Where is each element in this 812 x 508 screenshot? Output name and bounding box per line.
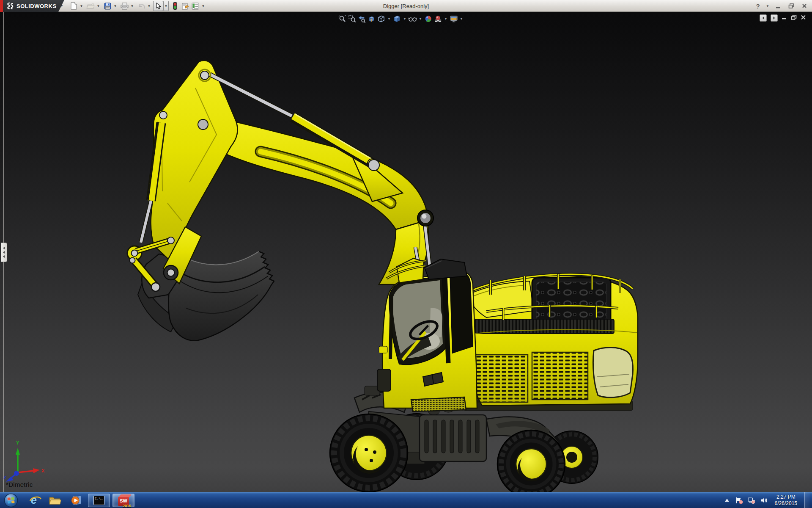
rear-wheel[interactable]: [497, 430, 565, 492]
print-button[interactable]: [119, 1, 129, 11]
command-prompt-icon: C:\_: [93, 496, 104, 505]
network-disconnected-icon: [748, 497, 755, 504]
taskbar-item-command-prompt[interactable]: C:\_: [88, 494, 110, 507]
show-hidden-icons-arrow: [724, 498, 730, 502]
side-vent-grille: [532, 352, 588, 400]
new-dropdown[interactable]: ▼: [79, 1, 84, 11]
start-button[interactable]: [3, 493, 19, 508]
svg-text:Z: Z: [3, 475, 6, 480]
taskbar-item-file-explorer[interactable]: [46, 494, 64, 507]
graphics-viewport[interactable]: ▼ ▼ ▼: [0, 12, 812, 492]
show-desktop-button[interactable]: [804, 492, 810, 508]
options-dropdown[interactable]: ▼: [200, 1, 206, 11]
toolbar-overflow-arrow[interactable]: ▶: [60, 3, 63, 8]
print-dropdown[interactable]: ▼: [129, 1, 135, 11]
open-folder-icon: [86, 3, 95, 9]
taskbar-item-media-player[interactable]: [67, 494, 85, 507]
undo-dropdown[interactable]: ▼: [146, 1, 152, 11]
cab[interactable]: [377, 247, 477, 411]
close-icon: [802, 3, 807, 8]
action-center-flag-icon: [735, 497, 743, 504]
clock-date: 6/26/2015: [775, 500, 797, 507]
print-icon: [121, 3, 129, 10]
taskbar-items: e: [25, 494, 134, 507]
open-button[interactable]: [85, 1, 96, 11]
front-wheel[interactable]: [330, 414, 408, 492]
options-checklist-icon: [192, 3, 199, 10]
options-button[interactable]: [190, 1, 200, 11]
open-dropdown[interactable]: ▼: [96, 1, 101, 11]
help-button[interactable]: ?: [753, 2, 763, 10]
rear-window: [593, 348, 633, 398]
dipper-plate: [151, 61, 238, 261]
rebuild-traffic-light-icon: [173, 2, 177, 10]
x-axis: X: [18, 468, 45, 473]
taskbar: e: [0, 492, 812, 508]
select-cursor-icon: [156, 3, 161, 10]
solidworks-2015-icon: SW 2015: [117, 494, 130, 507]
save-floppy-icon: [104, 3, 111, 10]
view-orientation-label: *Dimetric: [6, 481, 33, 488]
logo-red-stripe: [0, 0, 3, 12]
select-dropdown[interactable]: ▼: [163, 1, 169, 11]
boom[interactable]: [127, 61, 433, 291]
side-window: [450, 273, 473, 353]
main-toolbar: ▼ ▼ ▼: [69, 1, 207, 11]
app-titlebar: SOLIDWORKS ▶ ▼ ▼: [0, 0, 812, 12]
new-button[interactable]: [69, 1, 79, 11]
save-button[interactable]: [102, 1, 112, 11]
triad-origin: [14, 471, 19, 476]
volume-icon[interactable]: [760, 497, 768, 504]
folder-icon: [49, 495, 61, 505]
restore-icon: [788, 3, 794, 8]
svg-text:X: X: [41, 468, 45, 473]
minimize-icon: [776, 4, 781, 8]
upper-body[interactable]: [464, 274, 638, 411]
solidworks-logo: SOLIDWORKS: [0, 0, 64, 12]
save-dropdown[interactable]: ▼: [112, 1, 118, 11]
windows-start-icon: [4, 493, 18, 508]
show-hidden-icons-button[interactable]: [723, 497, 731, 504]
taskbar-item-solidworks[interactable]: SW 2015: [112, 494, 134, 507]
tray-clock[interactable]: 2:27 PM 6/26/2015: [772, 494, 800, 507]
svg-text:Y: Y: [16, 440, 19, 445]
window-controls: ? ▼: [753, 0, 809, 12]
rebuild-button[interactable]: [170, 1, 180, 11]
bucket[interactable]: [138, 251, 274, 341]
help-dropdown[interactable]: ▼: [766, 4, 770, 8]
y-axis: Y: [16, 440, 20, 472]
solidworks-app: SOLIDWORKS ▶ ▼ ▼: [0, 0, 812, 508]
action-center-icon[interactable]: [735, 497, 743, 504]
minimize-button[interactable]: [773, 2, 783, 10]
brand-text: SOLIDWORKS: [16, 3, 57, 9]
undo-icon: [137, 3, 145, 9]
new-document-icon: [70, 2, 77, 10]
close-button[interactable]: [799, 2, 809, 10]
restore-button[interactable]: [786, 2, 796, 10]
select-button[interactable]: [153, 1, 163, 11]
orientation-triad: Y X Z: [3, 439, 49, 485]
undo-button[interactable]: [136, 1, 146, 11]
file-properties-button[interactable]: [180, 1, 190, 11]
media-player-icon: [70, 495, 82, 506]
system-tray: 2:27 PM 6/26/2015: [723, 492, 812, 508]
taskbar-item-internet-explorer[interactable]: e: [25, 494, 43, 507]
network-status-icon[interactable]: [748, 497, 755, 504]
file-properties-icon: [181, 3, 189, 10]
solidworks-logo-mark: [6, 3, 14, 9]
excavator-model[interactable]: [0, 12, 812, 492]
internet-explorer-icon: e: [31, 494, 37, 506]
speaker-icon: [760, 497, 768, 504]
clock-time: 2:27 PM: [775, 494, 797, 500]
